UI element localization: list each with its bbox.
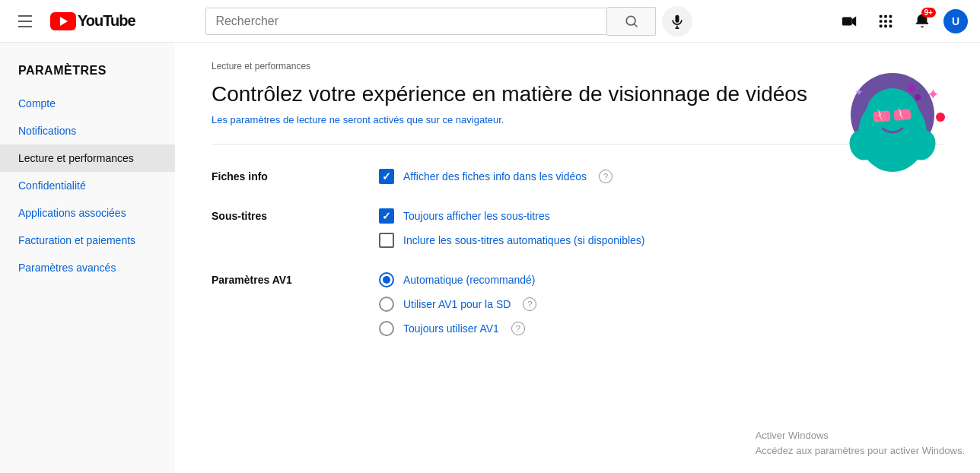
search-button[interactable] [607,7,656,36]
notifications-button[interactable]: 9+ [907,6,937,37]
svg-rect-8 [884,14,887,17]
checkbox-label-sous-titres-1: Inclure les sous-titres automatiques (si… [403,234,644,246]
hamburger-menu[interactable] [12,9,38,33]
svg-rect-15 [889,24,892,27]
sidebar-item-lecture[interactable]: Lecture et performances [0,144,175,172]
create-button[interactable] [834,6,864,37]
avatar[interactable]: U [943,9,968,33]
windows-line2: Accédez aux paramètres pour activer Wind… [756,443,965,459]
svg-rect-20 [893,109,911,121]
notification-badge: 9+ [921,8,936,17]
svg-point-26 [936,113,945,122]
setting-row-sous-titres: Sous-titres✓Toujours afficher les sous-t… [212,208,943,248]
page-container: PARAMÈTRES CompteNotificationsLecture et… [0,43,980,473]
sidebar-title: PARAMÈTRES [0,58,175,90]
svg-rect-5 [842,17,852,25]
header-left: YouTube [12,9,135,33]
setting-options-parametres-av1: Automatique (recommandé)Utiliser AV1 pou… [379,272,943,336]
radio-parametres-av1-0[interactable] [379,272,394,287]
checkbox-sous-titres-1[interactable] [379,233,394,248]
mic-icon [670,14,685,29]
sidebar-item-notifications[interactable]: Notifications [0,117,175,144]
video-camera-icon [841,13,858,30]
svg-rect-14 [884,24,887,27]
yt-logo-text: YouTube [78,12,135,30]
setting-label-sous-titres: Sous-titres [212,208,379,222]
radio-label-parametres-av1-1: Utiliser AV1 pour la SD [403,298,511,310]
svg-line-1 [635,24,638,27]
svg-rect-19 [873,110,890,122]
radio-label-parametres-av1-0: Automatique (recommandé) [403,274,536,286]
radio-parametres-av1-1[interactable] [379,297,394,312]
svg-point-29 [915,94,921,100]
yt-logo-icon [50,12,76,30]
search-icon [624,14,639,29]
checkbox-row-sous-titres-1: Inclure les sous-titres automatiques (si… [379,233,943,248]
help-icon-fiches-info-0[interactable]: ? [599,170,612,183]
svg-rect-10 [880,20,883,23]
youtube-logo[interactable]: YouTube [50,12,135,30]
svg-marker-6 [852,16,857,26]
setting-row-parametres-av1: Paramètres AV1Automatique (recommandé)Ut… [212,272,943,336]
setting-label-fiches-info: Fiches info [212,169,379,183]
svg-point-0 [626,16,635,25]
radio-row-parametres-av1-2: Toujours utiliser AV1? [379,321,943,336]
svg-text:✦: ✦ [854,86,864,98]
search-bar [205,6,692,37]
checkbox-fiches-info-0[interactable]: ✓ [379,169,394,184]
checkbox-row-sous-titres-0: ✓Toujours afficher les sous-titres [379,208,943,224]
sidebar: PARAMÈTRES CompteNotificationsLecture et… [0,43,175,473]
header: YouTube [0,0,980,43]
svg-text:✦: ✦ [927,86,940,103]
settings-container: Fiches info✓Afficher des fiches info dan… [212,169,943,336]
svg-rect-12 [889,20,892,23]
checkbox-sous-titres-0[interactable]: ✓ [379,208,394,224]
radio-label-parametres-av1-2: Toujours utiliser AV1 [403,322,499,335]
help-icon-parametres-av1-1[interactable]: ? [523,297,536,311]
illustration: ✦ ✦ [828,58,950,179]
apps-button[interactable] [870,6,901,37]
apps-icon [877,13,894,30]
setting-options-sous-titres: ✓Toujours afficher les sous-titresInclur… [379,208,943,248]
svg-point-28 [908,84,915,92]
windows-watermark: Activer Windows Accédez aux paramètres p… [756,428,965,458]
svg-rect-13 [880,24,883,27]
sidebar-item-compte[interactable]: Compte [0,90,175,117]
sidebar-item-avances[interactable]: Paramètres avancés [0,254,175,281]
mic-button[interactable] [662,6,692,37]
svg-rect-11 [884,20,887,23]
svg-rect-7 [880,14,883,17]
sidebar-item-confidentialite[interactable]: Confidentialité [0,172,175,199]
radio-row-parametres-av1-1: Utiliser AV1 pour la SD? [379,297,943,312]
radio-parametres-av1-2[interactable] [379,321,394,336]
sidebar-item-facturation[interactable]: Facturation et paiements [0,227,175,254]
windows-line1: Activer Windows [756,428,965,443]
help-icon-parametres-av1-2[interactable]: ? [511,322,525,335]
search-input-wrap [205,8,607,35]
header-right: 9+ U [834,6,968,37]
radio-row-parametres-av1-0: Automatique (recommandé) [379,272,943,287]
setting-label-parametres-av1: Paramètres AV1 [212,272,379,286]
search-input[interactable] [206,8,606,34]
svg-rect-2 [676,14,679,22]
checkbox-label-sous-titres-0: Toujours afficher les sous-titres [403,210,550,222]
sidebar-item-applications[interactable]: Applications associées [0,199,175,227]
checkbox-label-fiches-info-0: Afficher des fiches info dans les vidéos [403,170,587,183]
svg-rect-9 [889,14,892,17]
main-content: ✦ ✦ Lecture et performances Contrôlez vo… [175,43,980,473]
